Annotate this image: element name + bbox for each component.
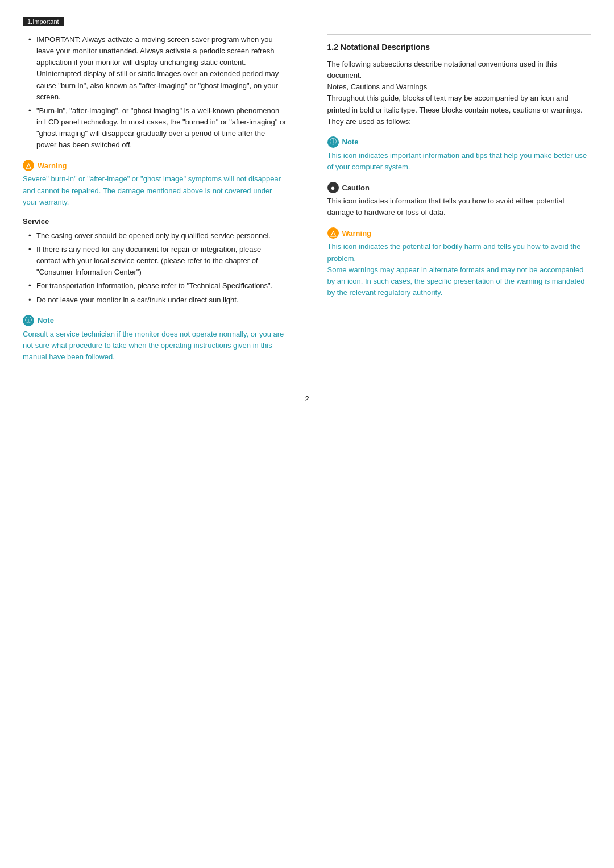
section-heading-12: 1.2 Notational Descriptions <box>327 43 592 52</box>
warning-header-1: △ Warning <box>23 160 287 171</box>
right-divider <box>327 34 592 35</box>
caution-header-right: ● Caution <box>327 182 592 193</box>
important-item-2: "Burn-in", "after-imaging", or "ghost im… <box>28 105 287 151</box>
note-header-1: ⓘ Note <box>23 315 287 326</box>
note-icon-1: ⓘ <box>23 315 34 326</box>
warning-box-1: △ Warning Severe" burn-in" or "after-ima… <box>23 160 287 207</box>
caution-box-right: ● Caution This icon indicates informatio… <box>327 182 592 218</box>
note-box-1: ⓘ Note Consult a service technician if t… <box>23 315 287 363</box>
service-item-2: If there is any need for any document fo… <box>28 244 287 278</box>
page-number: 2 <box>23 394 591 403</box>
service-list: The casing cover should be opened only b… <box>23 230 287 306</box>
caution-icon-right: ● <box>327 182 339 193</box>
left-column: IMPORTANT: Always activate a moving scre… <box>23 34 287 372</box>
page-tag: 1.Important <box>23 17 64 26</box>
service-item-4: Do not leave your monitor in a car/trunk… <box>28 294 287 306</box>
service-title: Service <box>23 217 287 226</box>
important-list: IMPORTANT: Always activate a moving scre… <box>23 34 287 151</box>
note-text-1: Consult a service technician if the moni… <box>23 329 287 363</box>
warning-header-right: △ Warning <box>327 227 592 239</box>
note-icon-right: ⓘ <box>327 136 339 148</box>
warning-icon-right: △ <box>327 227 339 239</box>
note-box-right: ⓘ Note This icon indicates important inf… <box>327 136 592 173</box>
warning-icon-1: △ <box>23 160 34 171</box>
warning-label-right: Warning <box>342 229 372 238</box>
warning-text-right: This icon indicates the potential for bo… <box>327 241 592 298</box>
service-item-3: For transportation information, please r… <box>28 280 287 292</box>
note-label-1: Note <box>38 316 54 325</box>
note-label-right: Note <box>342 138 359 146</box>
warning-box-right: △ Warning This icon indicates the potent… <box>327 227 592 298</box>
important-item-1: IMPORTANT: Always activate a moving scre… <box>28 34 287 103</box>
caution-text-right: This icon indicates information that tel… <box>327 196 592 218</box>
caution-label-right: Caution <box>342 184 370 192</box>
warning-label-1: Warning <box>38 161 67 170</box>
right-column: 1.2 Notational Descriptions The followin… <box>310 34 592 372</box>
intro-paragraph: The following subsections describe notat… <box>327 59 592 127</box>
service-item-1: The casing cover should be opened only b… <box>28 230 287 242</box>
note-header-right: ⓘ Note <box>327 136 592 148</box>
note-text-right: This icon indicates important informatio… <box>327 150 592 173</box>
warning-text-1: Severe" burn-in" or "after-image" or "gh… <box>23 173 287 207</box>
